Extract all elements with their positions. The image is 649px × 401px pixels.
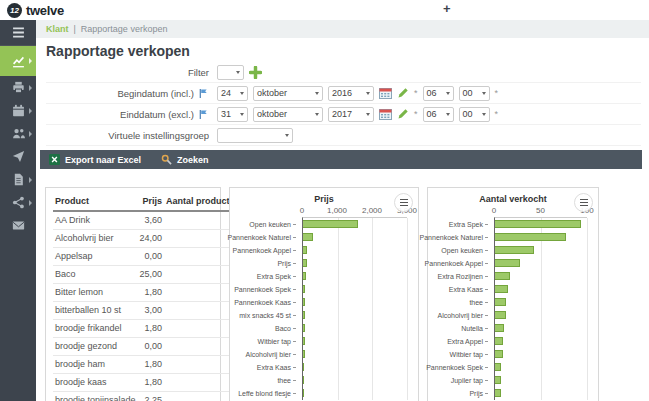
search-icon: [161, 154, 172, 165]
flag-icon[interactable]: [198, 88, 209, 99]
bar-row: Extra Rozijnen: [495, 270, 587, 283]
category-label: Jupiler tap: [435, 374, 488, 387]
chart-menu-button[interactable]: [574, 193, 593, 212]
end-year-select[interactable]: 2017: [328, 107, 374, 122]
bar: [495, 285, 508, 293]
bar: [495, 363, 501, 371]
required-marker: *: [495, 88, 499, 98]
bar-row: thee: [495, 296, 587, 309]
bar: [495, 311, 506, 319]
bar-row: Pannenkoek Appel: [303, 244, 407, 257]
flag-icon[interactable]: [198, 109, 209, 120]
filter-label: Filter: [46, 67, 211, 78]
bar-row: Extra Kaas: [303, 361, 407, 374]
required-marker: *: [414, 109, 418, 119]
main-content: Rapportage verkopen Filter Begindatum (i…: [36, 38, 649, 401]
category-label: mix snacks 45 st: [237, 309, 296, 322]
search-button[interactable]: Zoeken: [161, 154, 209, 165]
sidebar-item-menu[interactable]: [0, 20, 36, 46]
edit-pencil-icon[interactable]: [397, 87, 409, 99]
chevron-down-icon: [446, 92, 450, 95]
bar-row: thee: [303, 374, 407, 387]
calendar-picker-icon[interactable]: [379, 108, 392, 120]
export-excel-button[interactable]: Export naar Excel: [49, 154, 141, 165]
table-row: bitterballen 10 st3,001: [53, 302, 242, 320]
prijs-cell: 0,00: [138, 248, 165, 266]
chevron-right-icon: [29, 85, 32, 91]
bar: [495, 324, 504, 332]
bar: [303, 272, 306, 280]
logo[interactable]: 12 twelve: [7, 3, 64, 18]
bar-row: Extra Spek: [303, 270, 407, 283]
filter-select[interactable]: [217, 65, 244, 80]
sidebar-item-print[interactable]: [0, 76, 36, 99]
begin-minute-select[interactable]: 00: [459, 86, 490, 101]
product-cell: Baco: [53, 266, 138, 284]
category-label: Open keuken: [435, 244, 488, 257]
menu-icon: [12, 26, 25, 39]
plot-area: Open keukenPannenkoek NaturelPannenkoek …: [302, 217, 407, 400]
category-label: Extra Spek: [435, 218, 488, 231]
breadcrumb-klant-link[interactable]: Klant: [46, 24, 69, 34]
prijs-cell: 3,60: [138, 211, 165, 230]
bar: [303, 233, 313, 241]
begin-year-select[interactable]: 2016: [328, 86, 374, 101]
begin-month-select[interactable]: oktober: [253, 86, 323, 101]
edit-pencil-icon[interactable]: [397, 108, 409, 120]
begin-hour-select[interactable]: 06: [423, 86, 454, 101]
end-hour-select[interactable]: 06: [423, 107, 454, 122]
product-cell: broodje kaas: [53, 374, 138, 392]
gridline: [407, 218, 408, 400]
category-label: thee: [435, 296, 488, 309]
bar-row: Pannenkoek Naturel: [495, 231, 587, 244]
bar: [303, 324, 305, 332]
end-minute-select[interactable]: 00: [459, 107, 490, 122]
chevron-down-icon: [285, 134, 289, 137]
end-day-select[interactable]: 31: [217, 107, 248, 122]
plot-area: Extra SpekPannenkoek NaturelOpen keukenP…: [494, 217, 587, 400]
sidebar-item-send[interactable]: [0, 145, 36, 168]
sidebar-item-messages[interactable]: [0, 214, 36, 237]
action-toolbar: Export naar Excel Zoeken: [40, 150, 642, 169]
category-label: Prijs: [237, 257, 296, 270]
category-label: Pannenkoek Appel: [435, 257, 488, 270]
table-row: broodje kaas1,801: [53, 374, 242, 392]
category-label: Alcoholvrij bier: [435, 309, 488, 322]
bar-row: Leffe blond flesje: [303, 387, 407, 400]
begin-day-select[interactable]: 24: [217, 86, 248, 101]
bar-row: Witbier tap: [495, 348, 587, 361]
category-label: Baco: [237, 322, 296, 335]
sidebar-item-documents[interactable]: [0, 168, 36, 191]
end-month-select[interactable]: oktober: [253, 107, 323, 122]
bar-row: Extra Appel: [495, 335, 587, 348]
category-label: Extra Rozijnen: [435, 270, 488, 283]
calendar-picker-icon[interactable]: [379, 87, 392, 99]
bar: [495, 389, 501, 397]
instellingsgroep-select[interactable]: [217, 128, 293, 143]
einddatum-label: Einddatum (excl.): [46, 109, 211, 120]
sidebar-item-connections[interactable]: [0, 191, 36, 214]
breadcrumb-page: Rapportage verkopen: [81, 24, 168, 34]
chart-menu-button[interactable]: [394, 193, 413, 212]
bar: [495, 376, 501, 384]
chevron-right-icon: [29, 58, 32, 64]
chevron-right-icon: [29, 131, 32, 137]
chevron-right-icon: [29, 200, 32, 206]
sidebar-item-calendar[interactable]: [0, 99, 36, 122]
add-filter-button[interactable]: [249, 66, 262, 79]
einddatum-row: Einddatum (excl.) 31 oktober 2017 * 06 0…: [46, 104, 641, 125]
sidebar-item-relations[interactable]: [0, 122, 36, 145]
prijs-cell: 1,80: [138, 320, 165, 338]
category-label: Pannenkoek Appel: [237, 244, 296, 257]
chevron-down-icon: [240, 92, 244, 95]
product-cell: Bitter lemon: [53, 284, 138, 302]
plus-icon[interactable]: +: [443, 1, 451, 16]
bar: [495, 350, 503, 358]
sidebar-item-reports[interactable]: [0, 46, 36, 76]
category-label: Pannenkoek Spek: [237, 283, 296, 296]
category-label: Pannenkoek Spek: [435, 361, 488, 374]
bar: [303, 298, 305, 306]
category-label: Extra Kaas: [435, 283, 488, 296]
product-cell: broodje frikandel: [53, 320, 138, 338]
bar: [303, 220, 358, 228]
